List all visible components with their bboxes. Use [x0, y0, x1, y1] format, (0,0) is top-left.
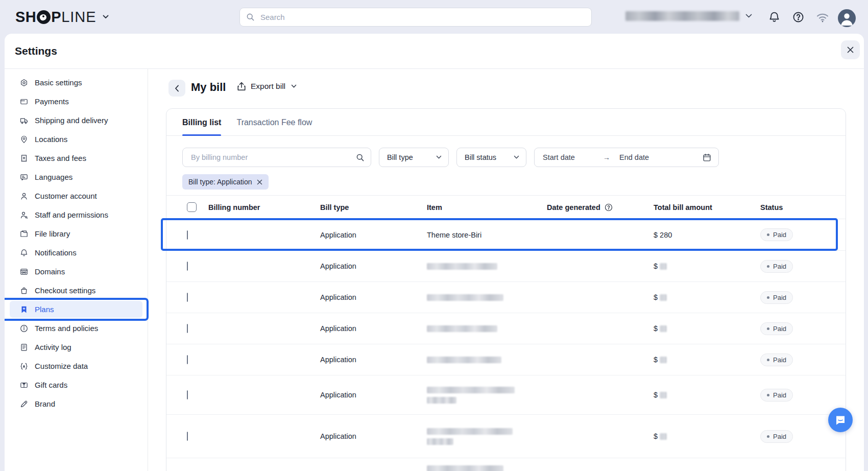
notifications-bell-icon[interactable]	[768, 11, 780, 23]
total-amount-prefix: $	[654, 356, 658, 364]
sidebar-item-languages[interactable]: Languages	[5, 168, 148, 186]
shopline-logo[interactable]: SHPLINE	[15, 9, 109, 25]
row-checkbox[interactable]	[187, 293, 188, 302]
sidebar-item-staff-and-permissions[interactable]: Staff and permissions	[5, 205, 148, 224]
total-amount-prefix: $	[654, 391, 658, 399]
item-redacted	[427, 294, 503, 301]
table-row[interactable]	[166, 458, 846, 471]
row-checkbox[interactable]	[187, 390, 188, 399]
logo-text-p: P	[51, 9, 61, 26]
bill-type-select[interactable]: Bill type	[379, 148, 449, 167]
row-checkbox[interactable]	[187, 324, 188, 333]
sidebar-item-basic-settings[interactable]: Basic settings	[5, 73, 148, 92]
status-dot-icon	[767, 327, 769, 330]
wifi-icon[interactable]	[816, 13, 829, 22]
shopline-o-icon	[37, 10, 51, 24]
table-row[interactable]: Application$Paid	[166, 415, 846, 458]
total-amount-redacted	[660, 357, 667, 363]
sidebar-item-checkout-settings[interactable]: Checkout settings	[5, 281, 148, 300]
sidebar-item-customer-account[interactable]: Customer account	[5, 186, 148, 205]
table-row[interactable]: Application$Paid	[166, 282, 846, 313]
logo-chevron-down-icon[interactable]	[103, 15, 109, 19]
total-amount-redacted	[660, 392, 667, 398]
row-checkbox[interactable]	[187, 355, 188, 364]
payments-icon	[20, 98, 28, 106]
active-item-background	[10, 301, 142, 318]
sidebar-item-label: Terms and policies	[35, 324, 98, 333]
item-redacted	[427, 387, 515, 393]
back-button[interactable]	[168, 80, 185, 97]
table-row[interactable]: Application$Paid	[166, 344, 846, 375]
item-redacted	[427, 438, 453, 445]
item-redacted	[427, 263, 497, 270]
help-icon[interactable]	[792, 11, 804, 23]
global-search[interactable]	[239, 8, 592, 27]
sidebar-item-notifications[interactable]: Notifications	[5, 243, 148, 262]
bill-type-value: Application	[320, 391, 427, 399]
billing-number-search[interactable]	[182, 148, 371, 167]
select-all-checkbox[interactable]	[187, 202, 197, 212]
table-row[interactable]: Application$Paid	[166, 375, 846, 415]
sidebar-item-label: Checkout settings	[35, 286, 95, 295]
bill-status-select[interactable]: Bill status	[456, 148, 526, 167]
sidebar-item-terms-and-policies[interactable]: Terms and policies	[5, 319, 148, 338]
export-bill-button[interactable]: Export bill	[237, 82, 297, 91]
sidebar-item-payments[interactable]: Payments	[5, 92, 148, 111]
search-input[interactable]	[259, 12, 585, 22]
shipping-and-delivery-icon	[20, 116, 28, 125]
sidebar-item-taxes-and-fees[interactable]: Taxes and fees	[5, 149, 148, 168]
remove-filter-icon[interactable]	[257, 179, 262, 185]
staff-and-permissions-icon	[20, 211, 28, 219]
sidebar-item-label: Taxes and fees	[35, 154, 86, 162]
row-checkbox[interactable]	[187, 262, 188, 271]
sidebar-item-gift-cards[interactable]: Gift cards	[5, 375, 148, 394]
item-redacted	[427, 397, 456, 404]
calendar-icon	[703, 153, 711, 162]
status-label: Paid	[773, 231, 786, 239]
checkout-settings-icon	[20, 287, 28, 295]
sidebar-item-customize-data[interactable]: Customize data	[5, 357, 148, 375]
close-settings-button[interactable]	[841, 40, 860, 59]
customize-data-icon	[20, 362, 28, 370]
total-amount-redacted	[660, 433, 667, 440]
table-row[interactable]: Application$Paid	[166, 313, 846, 344]
chat-launcher-button[interactable]	[828, 408, 853, 432]
col-billing-number: Billing number	[208, 203, 320, 211]
row-checkbox[interactable]	[187, 432, 188, 441]
sidebar-item-brand[interactable]: Brand	[5, 394, 148, 413]
sidebar-item-shipping-and-delivery[interactable]: Shipping and delivery	[5, 111, 148, 130]
terms-and-policies-icon	[20, 324, 28, 333]
active-filter-chip[interactable]: Bill type: Application	[182, 174, 269, 190]
domains-icon	[20, 268, 28, 276]
item-value: Theme store-Biri	[427, 231, 547, 239]
status-label: Paid	[773, 294, 786, 301]
tab-billing-list[interactable]: Billing list	[182, 118, 221, 135]
sidebar-item-domains[interactable]: Domains	[5, 262, 148, 281]
date-range-picker[interactable]: Start date → End date	[534, 148, 719, 167]
date-arrow-icon: →	[603, 153, 610, 161]
sidebar-item-file-library[interactable]: File library	[5, 224, 148, 243]
total-amount-redacted	[660, 263, 667, 270]
sidebar-item-locations[interactable]: Locations	[5, 130, 148, 149]
logo-text-shop: SH	[15, 9, 36, 26]
date-generated-help-icon[interactable]	[605, 203, 613, 211]
sidebar-item-activity-log[interactable]: Activity log	[5, 338, 148, 357]
status-badge: Paid	[760, 354, 793, 366]
bill-type-value: Application	[320, 432, 427, 440]
billing-number-input[interactable]	[190, 153, 356, 162]
status-dot-icon	[767, 394, 769, 396]
status-badge: Paid	[760, 291, 793, 304]
page-title: My bill	[191, 81, 226, 94]
store-switcher[interactable]	[625, 11, 752, 21]
row-checkbox[interactable]	[187, 230, 188, 240]
table-row[interactable]: ApplicationTheme store-Biri$ 280Paid	[166, 219, 846, 251]
table-row[interactable]: Application$Paid	[166, 251, 846, 282]
customer-account-icon	[20, 192, 28, 200]
sidebar-item-plans[interactable]: Plans	[5, 300, 148, 319]
item-redacted	[427, 325, 497, 332]
account-avatar[interactable]	[838, 9, 856, 27]
settings-header: Settings	[5, 34, 864, 69]
sidebar-item-label: Brand	[35, 399, 55, 408]
tab-transaction-fee-flow[interactable]: Transaction Fee flow	[236, 118, 312, 135]
top-bar: SHPLINE	[0, 0, 868, 34]
